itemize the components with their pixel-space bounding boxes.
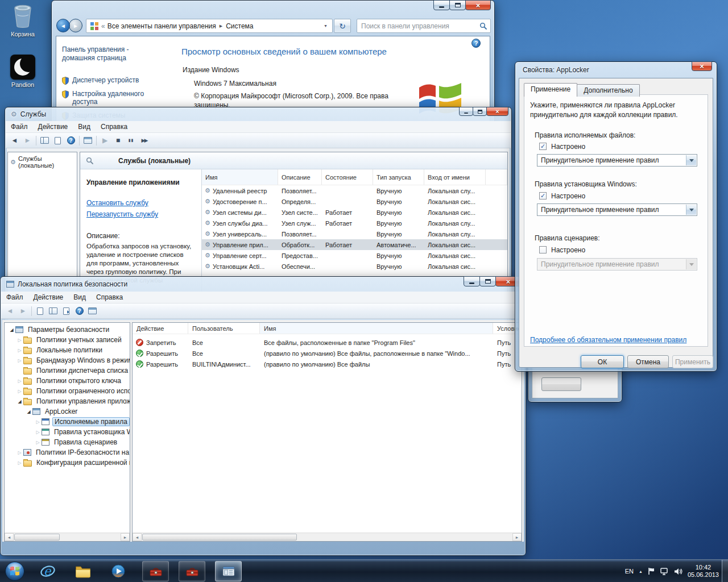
- maximize-button[interactable]: [449, 0, 466, 10]
- taskbar-button-security-policy-active[interactable]: [215, 561, 242, 581]
- breadcrumb-current[interactable]: Система: [226, 22, 253, 30]
- scroll-left-arrow[interactable]: ◄: [133, 533, 142, 541]
- toolbar-restart-service-button[interactable]: ▶▶: [138, 135, 151, 147]
- column-header-description[interactable]: Описание: [278, 169, 322, 185]
- tree-collapse-icon[interactable]: ▷: [16, 348, 23, 353]
- search-input[interactable]: [357, 22, 479, 30]
- scrollbar-thumb[interactable]: [14, 534, 60, 541]
- close-button[interactable]: ×: [486, 107, 508, 116]
- tree-item-advanced-audit-policy[interactable]: ▷ Конфигурация расширенной п: [5, 458, 130, 468]
- tree-expand-icon[interactable]: ◢: [16, 399, 23, 404]
- menu-view[interactable]: Вид: [73, 122, 96, 132]
- tab-enforcement[interactable]: Применение: [524, 83, 577, 97]
- toolbar-back-button[interactable]: ◄: [8, 135, 21, 147]
- column-header-name[interactable]: Имя: [202, 169, 278, 185]
- tab-advanced[interactable]: Дополнительно: [577, 84, 639, 97]
- column-header-startup-type[interactable]: Тип запуска: [373, 169, 424, 185]
- column-header-action[interactable]: Действие: [133, 323, 188, 334]
- menu-file[interactable]: Файл: [6, 122, 33, 132]
- toolbar-stop-service-button[interactable]: ■: [111, 135, 125, 147]
- dialog-titlebar[interactable]: Свойства: AppLocker: [515, 62, 717, 78]
- tree-collapse-icon[interactable]: ▷: [16, 389, 23, 394]
- address-dropdown-icon[interactable]: ▼: [322, 24, 329, 28]
- sidebar-item-device-manager[interactable]: Диспетчер устройств: [62, 76, 164, 85]
- service-row[interactable]: ⚙Установщик Acti... Обеспечи... Вручную …: [202, 261, 507, 272]
- policy-titlebar[interactable]: Локальная политика безопасности: [1, 277, 526, 292]
- column-header-user[interactable]: Пользователь: [188, 323, 260, 334]
- menu-action[interactable]: Действие: [28, 292, 69, 302]
- ok-button[interactable]: ОК: [581, 355, 624, 368]
- taskbar-explorer-icon[interactable]: [71, 562, 96, 581]
- script-rules-configured-checkbox[interactable]: [539, 246, 547, 253]
- service-row-selected[interactable]: ⚙Управление прил... Обработк... Работает…: [202, 239, 507, 250]
- tree-item-account-policies[interactable]: ▷ Политики учетных записей: [5, 335, 130, 345]
- scroll-right-arrow[interactable]: ►: [512, 533, 522, 541]
- toolbar-properties-button[interactable]: [51, 135, 64, 147]
- show-desktop-button[interactable]: [722, 560, 728, 582]
- minimize-button[interactable]: [464, 276, 480, 286]
- toolbar-console-tree-button[interactable]: [38, 135, 51, 147]
- network-icon[interactable]: [660, 568, 669, 575]
- service-row[interactable]: ⚙Узел системы ди... Узел систе... Работа…: [202, 207, 507, 218]
- refresh-button[interactable]: ↻: [334, 19, 351, 33]
- combo-dropdown-arrow[interactable]: [686, 155, 696, 165]
- installer-rules-configured-checkbox[interactable]: ✓: [539, 192, 547, 199]
- tree-collapse-icon[interactable]: ▷: [16, 379, 23, 384]
- toolbar-console-tree-button[interactable]: [47, 305, 60, 317]
- language-indicator[interactable]: EN: [625, 568, 634, 575]
- show-hidden-icons-button[interactable]: ▲: [639, 569, 643, 573]
- executable-rules-enforcement-select[interactable]: Принудительное применение правил: [537, 154, 697, 167]
- tree-collapse-icon[interactable]: ▷: [16, 358, 23, 363]
- column-header-status[interactable]: Состояние: [322, 169, 373, 185]
- rules-list-header[interactable]: Действие Пользователь Имя Условие: [133, 323, 522, 334]
- close-button[interactable]: ×: [692, 61, 712, 71]
- toolbar-forward-button[interactable]: ►: [21, 135, 34, 147]
- column-header-name[interactable]: Имя: [260, 323, 493, 334]
- address-bar[interactable]: « Все элементы панели управления ▶ Систе…: [86, 19, 333, 33]
- tree-expand-icon[interactable]: ◢: [8, 327, 15, 332]
- services-list-header[interactable]: Имя Описание Состояние Тип запуска Вход …: [202, 169, 507, 185]
- forward-button[interactable]: ►: [69, 19, 82, 32]
- rule-row-allow[interactable]: Разрешить BUILTIN\Админист... (правило п…: [133, 359, 522, 369]
- tree-item-ip-security-policies[interactable]: ▷ Политики IP-безопасности на ": [5, 447, 130, 458]
- combo-dropdown-arrow[interactable]: [686, 205, 696, 215]
- tree-item-executable-rules[interactable]: ▷ Исполняемые правила: [5, 417, 130, 427]
- menu-view[interactable]: Вид: [68, 292, 91, 302]
- taskbar-button-services-console[interactable]: [142, 561, 169, 581]
- tree-item-local-policies[interactable]: ▷ Локальные политики: [5, 345, 130, 355]
- stop-service-link[interactable]: Остановить службу: [86, 199, 148, 207]
- toolbar-extended-view-button[interactable]: [81, 135, 94, 147]
- applocker-enforcement-help-link[interactable]: Подробнее об обязательном применении пра…: [530, 336, 686, 344]
- tree-item-services-local[interactable]: ⚙ Службы (локальные): [8, 152, 77, 172]
- toolbar-start-service-button[interactable]: ▶: [98, 135, 111, 147]
- breadcrumb-arrow-icon[interactable]: ▶: [220, 24, 222, 28]
- start-button[interactable]: [5, 561, 25, 581]
- rule-row-allow[interactable]: Разрешить Все (правило по умолчанию) Все…: [133, 348, 522, 359]
- cancel-button[interactable]: Отмена: [627, 355, 669, 368]
- service-row[interactable]: ⚙Управление серт... Предостав... Вручную…: [202, 250, 507, 261]
- tree-collapse-icon[interactable]: ▷: [16, 338, 23, 343]
- horizontal-scrollbar[interactable]: ◄ ►: [133, 533, 522, 541]
- toolbar-export-list-button[interactable]: [60, 305, 73, 317]
- tree-collapse-icon[interactable]: ▷: [16, 460, 23, 465]
- sidebar-item-remote-access[interactable]: Настройка удаленного доступа: [62, 90, 164, 106]
- toolbar-view-button[interactable]: [86, 305, 99, 317]
- tree-item-public-key-policies[interactable]: ▷ Политики открытого ключа: [5, 376, 130, 386]
- scroll-left-arrow[interactable]: ◄: [5, 533, 14, 541]
- close-button[interactable]: ×: [465, 0, 491, 10]
- tree-item-software-restriction-policies[interactable]: ▷ Политики ограниченного испо: [5, 386, 130, 396]
- pandion-desktop-icon[interactable]: Pandion: [5, 55, 41, 88]
- maximize-button[interactable]: [479, 276, 496, 286]
- toolbar-forward-button[interactable]: ►: [16, 305, 30, 317]
- tree-item-script-rules[interactable]: ▷ Правила сценариев: [5, 437, 130, 447]
- minimize-button[interactable]: [459, 107, 473, 116]
- installer-rules-enforcement-select[interactable]: Принудительное применение правил: [537, 203, 697, 216]
- action-center-flag-icon[interactable]: [648, 567, 655, 575]
- tree-item-application-control-policies[interactable]: ◢ Политики управления прилож: [5, 396, 130, 406]
- service-row[interactable]: ⚙Удостоверение п... Определя... Вручную …: [202, 196, 507, 207]
- tree-collapse-icon[interactable]: ▷: [16, 450, 23, 455]
- toolbar-properties-button[interactable]: [34, 305, 47, 317]
- recycle-bin-desktop-icon[interactable]: Корзина: [5, 3, 41, 38]
- menu-file[interactable]: Файл: [1, 292, 28, 302]
- menu-help[interactable]: Справка: [91, 292, 128, 302]
